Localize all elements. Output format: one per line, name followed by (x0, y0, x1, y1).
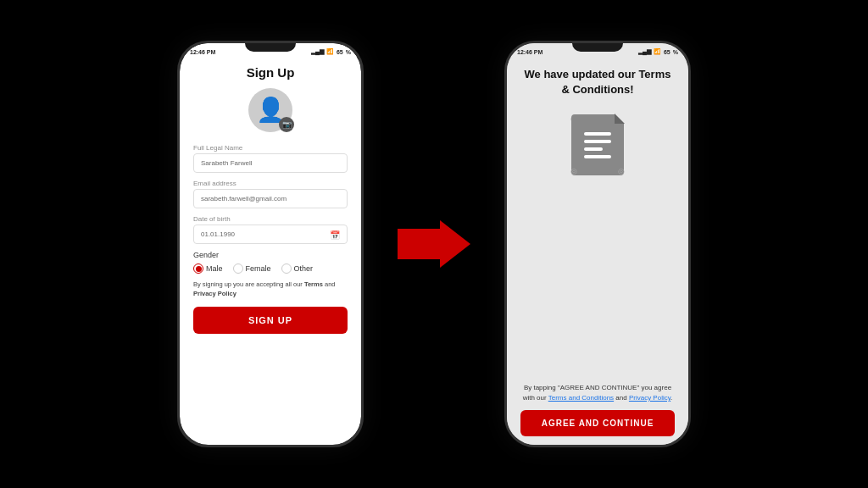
document-icon-wrapper: ◎ ◎ ◎ ◎ (564, 111, 632, 179)
corner-icon-br: ◎ (618, 167, 625, 175)
status-icons-1: ▂▄▆ 📶 65% (311, 48, 351, 55)
email-value: sarabeth.farwell@gmail.com (201, 195, 287, 202)
arrow-shape (398, 220, 470, 268)
arrow-body (398, 229, 440, 259)
terms-and: and (323, 280, 336, 288)
signup-screen: 12:46 PM ▂▄▆ 📶 65% Sign Up 👤 📷 Ful (180, 43, 361, 445)
doc-line-4 (584, 155, 611, 158)
terms-conditions-link[interactable]: Terms and Conditions (548, 394, 614, 402)
agree-text: By tapping "AGREE AND CONTINUE" you agre… (520, 383, 675, 403)
female-label: Female (246, 264, 271, 273)
status-bar-1: 12:46 PM ▂▄▆ 📶 65% (180, 43, 361, 57)
radio-other[interactable]: Other (281, 263, 314, 274)
dob-label: Date of birth (193, 215, 348, 223)
doc-line-3 (584, 147, 603, 151)
agree-continue-button[interactable]: AGREE AND CONTINUE (520, 410, 675, 436)
radio-male[interactable]: Male (193, 263, 223, 274)
full-name-label: Full Legal Name (193, 144, 348, 152)
terms-link1[interactable]: Terms (304, 280, 323, 288)
email-group: Email address sarabeth.farwell@gmail.com (193, 180, 348, 208)
terms-heading: We have updated our Terms & Conditions! (520, 67, 675, 97)
doc-lines (577, 125, 618, 165)
radio-outer-male (193, 263, 203, 274)
page-title: Sign Up (247, 65, 295, 80)
wifi-icon-2: 📶 (654, 48, 661, 55)
gender-section: Gender Male Female Other (193, 251, 348, 274)
signup-button[interactable]: SIGN UP (193, 307, 348, 334)
agree-and: and (614, 394, 629, 402)
gender-label: Gender (193, 251, 348, 259)
full-name-input[interactable]: Sarabeth Farwell (193, 153, 348, 173)
full-name-value: Sarabeth Farwell (201, 159, 252, 167)
camera-badge[interactable]: 📷 (279, 117, 294, 132)
agree-end: . (670, 394, 672, 402)
dob-value: 01.01.1990 (201, 230, 235, 238)
full-name-group: Full Legal Name Sarabeth Farwell (193, 144, 348, 173)
status-icons-2: ▂▄▆ 📶 65% (638, 48, 678, 55)
phone-terms: 12:46 PM ▂▄▆ 📶 65% We have updated our T… (504, 41, 691, 447)
avatar-wrapper: 👤 📷 (248, 88, 292, 132)
radio-outer-female (233, 263, 243, 274)
email-input[interactable]: sarabeth.farwell@gmail.com (193, 189, 348, 208)
terms-prefix: By signing up you are accepting all our (193, 280, 304, 288)
radio-female[interactable]: Female (233, 263, 271, 274)
doc-line-1 (584, 132, 611, 136)
gender-options: Male Female Other (193, 263, 348, 274)
status-bar-2: 12:46 PM ▂▄▆ 📶 65% (507, 43, 688, 57)
signup-content: Sign Up 👤 📷 Full Legal Name Sarabeth Far… (180, 57, 361, 445)
privacy-policy-link[interactable]: Privacy Policy (629, 394, 670, 402)
radio-outer-other (281, 263, 292, 274)
other-label: Other (294, 264, 314, 273)
time-1: 12:46 PM (190, 49, 215, 55)
battery-icon-2: 65 (664, 49, 670, 55)
radio-inner-male (196, 266, 202, 272)
doc-line-2 (584, 140, 611, 143)
terms-screen: 12:46 PM ▂▄▆ 📶 65% We have updated our T… (507, 43, 688, 445)
signal-icon-1: ▂▄▆ (311, 48, 324, 55)
time-2: 12:46 PM (517, 49, 542, 55)
arrow-head (440, 220, 470, 268)
terms-bottom: By tapping "AGREE AND CONTINUE" you agre… (507, 374, 688, 445)
calendar-icon: 📅 (330, 230, 340, 239)
corner-icon-bl: ◎ (570, 167, 577, 175)
terms-content: We have updated our Terms & Conditions! … (507, 57, 688, 374)
signal-icon-2: ▂▄▆ (638, 48, 651, 55)
wifi-icon-1: 📶 (326, 48, 334, 55)
phone-signup: 12:46 PM ▂▄▆ 📶 65% Sign Up 👤 📷 Ful (177, 41, 364, 447)
dob-input[interactable]: 01.01.1990 📅 (193, 225, 348, 244)
camera-icon: 📷 (282, 120, 292, 129)
battery-icon-1: 65 (337, 49, 343, 55)
terms-link2[interactable]: Privacy Policy (193, 290, 236, 297)
dob-group: Date of birth 01.01.1990 📅 (193, 215, 348, 244)
terms-text: By signing up you are accepting all our … (193, 280, 348, 298)
document-icon (571, 114, 624, 175)
arrow-container (398, 220, 470, 268)
email-label: Email address (193, 180, 348, 187)
male-label: Male (206, 264, 223, 273)
